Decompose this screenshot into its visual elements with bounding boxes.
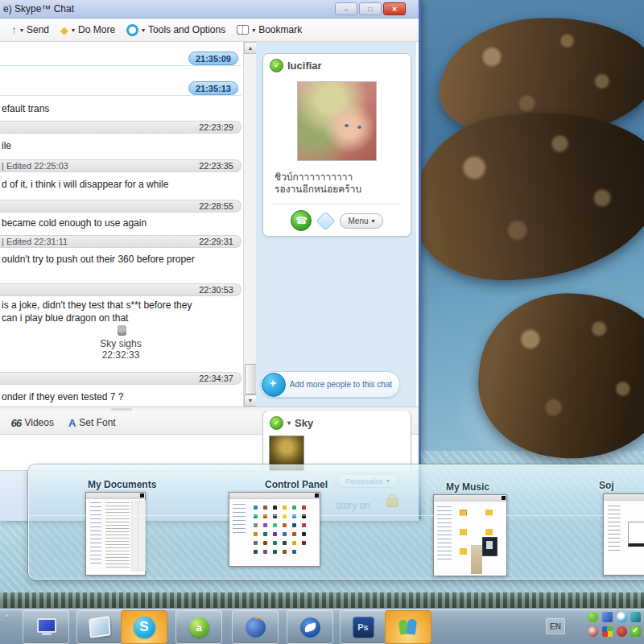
close-icon[interactable] xyxy=(140,493,144,497)
message-meta-bar: | Edited 22:25:0322:23:35 xyxy=(0,159,242,172)
preview-my-documents[interactable] xyxy=(85,492,146,576)
tools-and-options-button[interactable]: ▾ Tools and Options xyxy=(126,24,225,36)
firefox-icon xyxy=(246,617,266,638)
tray-teal-icon[interactable] xyxy=(630,612,641,622)
contact-name: Sky xyxy=(295,417,313,429)
window-title: e) Skype™ Chat xyxy=(3,3,74,14)
taskbar-thunderbird-button[interactable] xyxy=(287,610,333,644)
tray-skype-icon[interactable] xyxy=(588,612,598,622)
menu-button[interactable]: Menu ▾ xyxy=(340,213,382,229)
main-toolbar: ↑ ▾ Send ◆ ▾ Do More ▾ Tools and Options… xyxy=(0,19,419,42)
message-divider xyxy=(0,95,242,96)
taskbar-firefox-button[interactable] xyxy=(232,610,279,644)
chat-message: ile xyxy=(2,140,11,151)
wallpaper-shore xyxy=(0,592,644,608)
green-orb-icon xyxy=(189,617,209,638)
preview-label: My Documents xyxy=(88,479,156,490)
bookmark-label: Bookmark xyxy=(258,24,302,35)
preview-label: Control Panel xyxy=(265,479,328,490)
explorer-window-icon xyxy=(89,616,110,638)
do-more-label: Do More xyxy=(78,24,115,35)
preview-control-panel[interactable] xyxy=(229,492,320,567)
send-button[interactable]: ↑ ▾ Send xyxy=(11,24,49,35)
chevron-down-icon[interactable]: ▾ xyxy=(287,419,291,427)
photoshop-icon xyxy=(353,617,374,638)
minimize-button[interactable]: – xyxy=(335,2,357,15)
emote-message: Sky sighs xyxy=(0,338,242,349)
scroll-up-button[interactable]: ▲ xyxy=(244,42,257,54)
taskbar: » EN xyxy=(0,608,644,644)
contact-card-lucifiar[interactable]: ✓ lucifiar ชิวบ์กาาาาาาาาาา รองานอีกหน่อ… xyxy=(262,53,411,237)
system-tray xyxy=(588,612,642,642)
font-icon: A xyxy=(68,417,76,429)
desktop-wallpaper: e) Skype™ Chat – □ ✕ ↑ ▾ Send ◆ ▾ Do Mor… xyxy=(0,0,644,644)
tray-red-icon[interactable] xyxy=(617,626,627,637)
language-indicator[interactable]: EN xyxy=(546,618,565,634)
tray-green-check-icon[interactable] xyxy=(630,626,641,637)
preview-my-music[interactable] xyxy=(433,494,507,576)
chevron-down-icon: ▾ xyxy=(72,27,75,34)
taskbar-computer-button[interactable] xyxy=(23,610,69,644)
tray-silver-icon[interactable] xyxy=(588,626,598,637)
tray-blue-circle-icon[interactable] xyxy=(617,612,627,622)
message-meta-bar: 22:23:29 xyxy=(0,121,242,134)
chat-message: d of it, i think i will disappear for a … xyxy=(2,179,168,190)
bookmark-button[interactable]: ▾ Bookmark xyxy=(237,24,302,35)
message-meta-bar: 22:34:37 xyxy=(0,372,242,385)
videos-icon: 66 xyxy=(10,417,23,429)
tray-blue-square-icon[interactable] xyxy=(602,612,613,622)
taskbar-messenger-button[interactable] xyxy=(385,610,431,644)
close-icon[interactable] xyxy=(502,496,506,500)
wallpaper-rock xyxy=(408,102,644,288)
preview-label: Soj xyxy=(599,480,614,491)
chat-icon[interactable] xyxy=(316,211,336,230)
send-label: Send xyxy=(27,24,49,35)
close-button[interactable]: ✕ xyxy=(383,2,406,15)
book-icon xyxy=(237,25,249,35)
message-meta-bar: 22:28:55 xyxy=(0,200,242,213)
splitter[interactable] xyxy=(0,407,419,411)
preview-partial-window[interactable] xyxy=(603,493,644,576)
chat-message-list[interactable]: 21:35:09 21:35:13 efault trans 22:23:29 … xyxy=(0,42,243,407)
preview-content xyxy=(254,506,258,510)
set-font-button[interactable]: A Set Font xyxy=(68,417,116,429)
computer-icon xyxy=(35,618,56,636)
chat-message: ouldn't try to push out their 360 before… xyxy=(2,254,195,265)
close-icon[interactable] xyxy=(315,493,319,497)
taskbar-photoshop-button[interactable] xyxy=(340,610,386,644)
preview-content xyxy=(471,545,482,574)
call-button[interactable]: ☎ xyxy=(291,210,312,231)
tools-and-options-label: Tools and Options xyxy=(148,24,225,35)
resize-grip[interactable] xyxy=(111,408,132,411)
taskbar-overflow-chevron[interactable]: » xyxy=(5,612,9,620)
emote-timestamp: 22:32:33 xyxy=(0,349,242,361)
maximize-button[interactable]: □ xyxy=(359,2,382,15)
skype-chat-window: e) Skype™ Chat – □ ✕ ↑ ▾ Send ◆ ▾ Do Mor… xyxy=(0,0,421,519)
titlebar[interactable]: e) Skype™ Chat – □ ✕ xyxy=(0,0,419,19)
messenger-icon xyxy=(398,617,419,637)
options-circle-icon xyxy=(126,24,138,36)
taskbar-skype-button[interactable] xyxy=(121,610,167,644)
message-divider xyxy=(0,65,242,66)
timestamp-pill: 21:35:09 xyxy=(188,52,238,65)
chevron-down-icon: ▾ xyxy=(20,27,23,34)
chat-message: became cold enough to use again xyxy=(2,217,147,229)
send-arrow-icon: ↑ xyxy=(11,24,17,35)
taskbar-explorer-button[interactable] xyxy=(76,610,123,644)
chat-members-panel: ✓ lucifiar ชิวบ์กาาาาาาาาาา รองานอีกหน่อ… xyxy=(256,42,416,407)
videos-label: Videos xyxy=(24,417,53,428)
add-more-people-button[interactable]: Add more people to this chat xyxy=(260,371,400,398)
window-preview-strip: My Documents Control Panel My Music Soj xyxy=(28,464,644,580)
taskbar-green-orb-button[interactable] xyxy=(175,610,222,644)
scrollbar-thumb[interactable] xyxy=(245,364,257,394)
videos-button[interactable]: 66 Videos xyxy=(11,417,54,429)
tray-color-grid-icon[interactable] xyxy=(602,626,613,637)
divider xyxy=(273,204,400,204)
do-more-button[interactable]: ◆ ▾ Do More xyxy=(60,24,115,35)
chat-message: efault trans xyxy=(2,103,49,114)
mood-message: ชิวบ์กาาาาาาาาาา รองานอีกหน่อยคร้าบ xyxy=(275,171,402,196)
message-meta-bar: | Edited 22:31:1122:29:31 xyxy=(0,235,242,248)
scroll-down-button[interactable]: ▼ xyxy=(244,394,257,407)
chat-scrollbar[interactable]: ▲ ▼ xyxy=(243,42,256,407)
preview-content xyxy=(628,522,644,547)
